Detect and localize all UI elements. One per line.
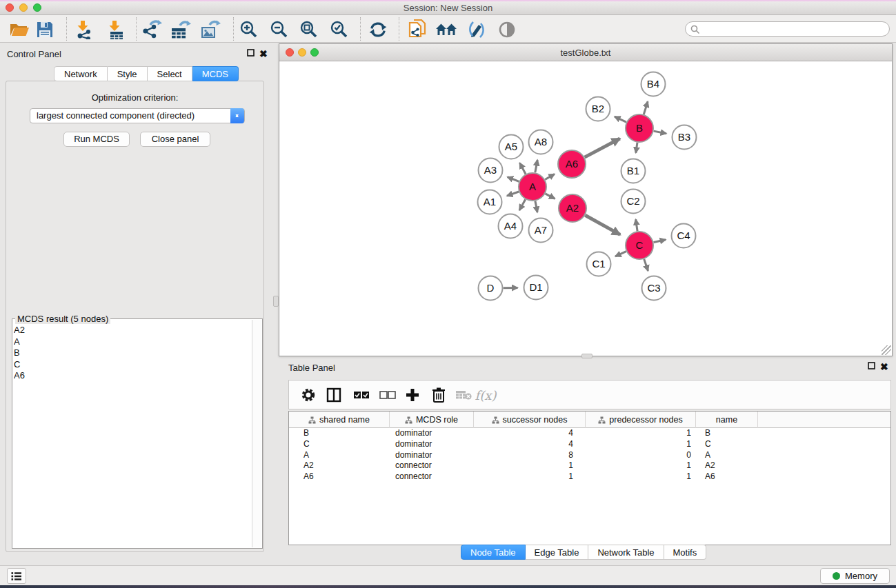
zoom-in-icon[interactable] bbox=[238, 19, 260, 40]
table-cell[interactable]: A bbox=[696, 450, 758, 461]
table-cell[interactable]: C bbox=[289, 439, 390, 450]
tab-network-table[interactable]: Network Table bbox=[588, 545, 664, 560]
edge-A-A7[interactable] bbox=[535, 201, 537, 212]
column-header-shared-name[interactable]: shared name bbox=[289, 412, 390, 428]
toggle-column-panel-icon[interactable] bbox=[323, 386, 344, 404]
home-layout-icon[interactable] bbox=[435, 19, 457, 40]
column-header-successor-nodes[interactable]: successor nodes bbox=[474, 412, 586, 428]
table-cell[interactable]: 1 bbox=[586, 460, 696, 472]
control-panel-close-icon[interactable]: ✖ bbox=[259, 48, 268, 59]
split-divider-button[interactable] bbox=[581, 354, 593, 358]
edge-A-A2[interactable] bbox=[546, 194, 555, 199]
table-panel-close-icon[interactable]: ✖ bbox=[880, 361, 888, 372]
tab-edge-table[interactable]: Edge Table bbox=[526, 545, 589, 560]
table-row[interactable]: Cdominator41C bbox=[289, 439, 890, 450]
edge-C-C1[interactable] bbox=[615, 252, 626, 256]
zoom-selected-icon[interactable] bbox=[328, 19, 350, 40]
table-cell[interactable]: 4 bbox=[474, 439, 586, 450]
criterion-select[interactable]: largest connected component (directed) bbox=[30, 108, 245, 123]
tab-node-table[interactable]: Node Table bbox=[461, 545, 526, 560]
table-cell[interactable]: dominator bbox=[390, 428, 474, 439]
tab-style[interactable]: Style bbox=[108, 66, 148, 81]
table-cell[interactable]: 1 bbox=[586, 439, 696, 450]
table-row[interactable]: A2connector11A2 bbox=[289, 460, 890, 472]
task-history-button[interactable] bbox=[7, 568, 26, 584]
select-all-icon[interactable] bbox=[351, 386, 372, 404]
table-cell[interactable]: A bbox=[289, 450, 390, 461]
table-cell[interactable]: 1 bbox=[586, 428, 696, 439]
edge-B-B2[interactable] bbox=[615, 116, 626, 122]
table-cell[interactable]: A6 bbox=[289, 472, 390, 483]
memory-button[interactable]: Memory bbox=[820, 568, 890, 584]
edge-C-C4[interactable] bbox=[654, 240, 666, 243]
table-cell[interactable]: 4 bbox=[474, 428, 586, 439]
table-cell[interactable]: dominator bbox=[390, 439, 474, 450]
network-graph[interactable]: AA1A2A3A4A5A6A7A8BB1B2B3B4CC1C2C3C4DD1 bbox=[279, 61, 892, 356]
export-image-icon[interactable] bbox=[199, 19, 221, 40]
edge-B-B4[interactable] bbox=[644, 101, 648, 114]
edge-C-C2[interactable] bbox=[636, 219, 637, 231]
edge-A-A5[interactable] bbox=[519, 163, 526, 174]
table-cell[interactable]: 8 bbox=[474, 450, 586, 461]
deselect-all-icon[interactable] bbox=[377, 386, 398, 404]
mcds-result-item[interactable]: C bbox=[14, 359, 251, 371]
table-row[interactable]: Bdominator41B bbox=[289, 428, 890, 439]
zoom-fit-icon[interactable] bbox=[298, 19, 320, 40]
table-settings-gear-icon[interactable] bbox=[298, 386, 319, 404]
zoom-out-icon[interactable] bbox=[268, 19, 290, 40]
table-cell[interactable]: A2 bbox=[289, 460, 390, 472]
tab-network[interactable]: Network bbox=[54, 66, 108, 81]
edge-A-A4[interactable] bbox=[519, 199, 526, 210]
network-from-selection-icon[interactable] bbox=[406, 19, 428, 40]
control-panel-float-icon[interactable] bbox=[247, 49, 255, 59]
mcds-result-item[interactable]: A6 bbox=[14, 370, 251, 382]
edge-C-C3[interactable] bbox=[644, 259, 648, 271]
column-header-name[interactable]: name bbox=[696, 412, 758, 428]
column-header-predecessor-nodes[interactable]: predecessor nodes bbox=[586, 412, 696, 428]
mcds-result-list[interactable]: A2ABCA6 bbox=[14, 325, 251, 547]
network-canvas[interactable]: AA1A2A3A4A5A6A7A8BB1B2B3B4CC1C2C3C4DD1 bbox=[279, 61, 892, 356]
column-header-MCDS-role[interactable]: MCDS role bbox=[390, 412, 474, 428]
hide-graphics-details-icon[interactable] bbox=[465, 19, 487, 40]
tab-select[interactable]: Select bbox=[148, 66, 192, 81]
delete-column-icon[interactable] bbox=[428, 386, 449, 404]
add-column-icon[interactable] bbox=[402, 386, 423, 404]
tab-motifs[interactable]: Motifs bbox=[664, 545, 707, 560]
edge-A-A3[interactable] bbox=[508, 177, 519, 182]
mcds-result-item[interactable]: A2 bbox=[14, 325, 251, 336]
table-cell[interactable]: 0 bbox=[586, 450, 696, 461]
edge-A-A8[interactable] bbox=[535, 160, 537, 172]
edge-A-A6[interactable] bbox=[545, 174, 555, 180]
table-cell[interactable]: dominator bbox=[390, 450, 474, 461]
search-input[interactable] bbox=[685, 21, 890, 37]
table-row[interactable]: A6connector11A6 bbox=[289, 472, 890, 483]
open-session-icon[interactable] bbox=[8, 19, 30, 40]
table-cell[interactable]: B bbox=[289, 428, 390, 439]
node-table[interactable]: shared nameMCDS rolesuccessor nodesprede… bbox=[288, 411, 891, 545]
edge-A2-C[interactable] bbox=[585, 215, 620, 234]
edge-B-B1[interactable] bbox=[636, 143, 637, 153]
table-cell[interactable]: C bbox=[696, 439, 758, 450]
tab-mcds[interactable]: MCDS bbox=[192, 66, 239, 81]
table-cell[interactable]: connector bbox=[390, 472, 474, 483]
export-network-icon[interactable] bbox=[141, 19, 163, 40]
table-cell[interactable]: 1 bbox=[474, 460, 586, 472]
import-network-icon[interactable] bbox=[73, 19, 95, 40]
run-mcds-button[interactable]: Run MCDS bbox=[63, 132, 130, 147]
show-graphics-details-icon[interactable] bbox=[496, 19, 518, 40]
table-cell[interactable]: B bbox=[696, 428, 758, 439]
save-session-icon[interactable] bbox=[34, 19, 56, 40]
import-table-icon[interactable] bbox=[104, 19, 126, 40]
table-cell[interactable]: A6 bbox=[696, 472, 758, 483]
mcds-result-item[interactable]: B bbox=[14, 347, 251, 359]
edge-A6-B[interactable] bbox=[585, 139, 620, 157]
table-row[interactable]: Adominator80A bbox=[289, 450, 890, 461]
node-table-header[interactable]: shared nameMCDS rolesuccessor nodesprede… bbox=[289, 412, 890, 428]
mcds-result-item[interactable]: A bbox=[14, 336, 251, 348]
table-cell[interactable]: A2 bbox=[696, 460, 758, 472]
table-cell[interactable]: 1 bbox=[586, 472, 696, 483]
table-cell[interactable]: 1 bbox=[474, 472, 586, 483]
export-table-icon[interactable] bbox=[170, 19, 192, 40]
split-divider-button[interactable] bbox=[273, 296, 279, 307]
table-panel-float-icon[interactable] bbox=[868, 362, 875, 372]
